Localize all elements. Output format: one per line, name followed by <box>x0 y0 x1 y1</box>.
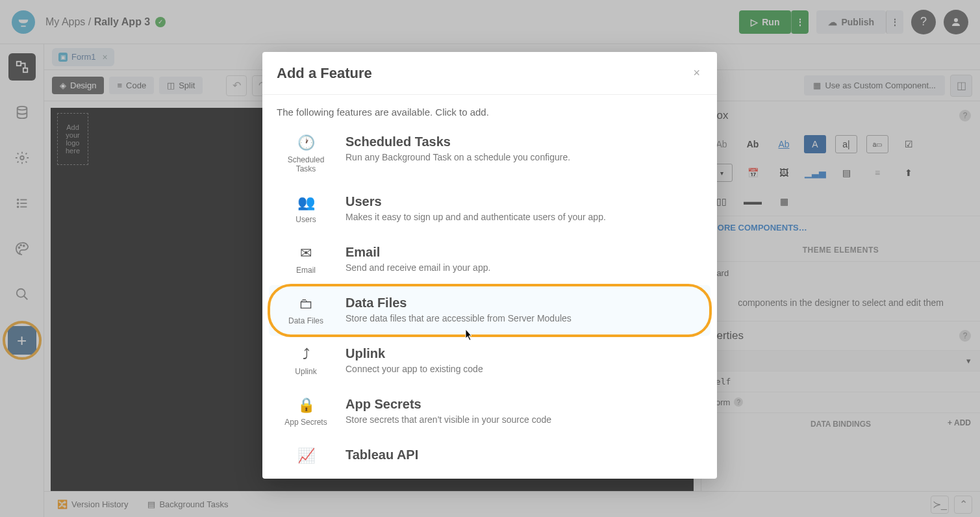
data-files-icon: 🗀 <box>299 296 313 312</box>
feature-item-app-secrets[interactable]: 🔒App SecretsApp SecretsStore secrets tha… <box>269 386 710 437</box>
email-icon: ✉ <box>300 245 312 262</box>
feature-body: Data FilesStore data files that are acce… <box>346 296 703 323</box>
modal-close-button[interactable]: × <box>690 64 703 82</box>
add-feature-modal: Add a Feature × The following features a… <box>262 52 717 479</box>
feature-icon-label: App Secrets <box>284 418 327 427</box>
feature-icon-label: Email <box>296 266 316 275</box>
feature-title: Tableau API <box>346 448 703 462</box>
feature-item-scheduled-tasks[interactable]: 🕐Scheduled TasksScheduled TasksRun any B… <box>269 124 710 184</box>
uplink-icon: ⤴ <box>303 346 310 363</box>
feature-desc: Send and receive email in your app. <box>346 262 703 273</box>
feature-item-uplink[interactable]: ⤴UplinkUplinkConnect your app to existin… <box>269 336 710 386</box>
feature-icon-label: Scheduled Tasks <box>277 155 335 173</box>
feature-icon-col: ⤴Uplink <box>277 346 335 376</box>
feature-item-tableau-api[interactable]: 📈Tableau API <box>269 437 710 479</box>
feature-icon-col: 👥Users <box>277 194 335 224</box>
feature-desc: Makes it easy to sign up and and authent… <box>346 212 703 222</box>
app-secrets-icon: 🔒 <box>297 397 315 414</box>
feature-desc: Run any Background Task on a schedule yo… <box>346 152 703 162</box>
feature-icon-col: 🔒App Secrets <box>277 397 335 427</box>
feature-icon-label: Data Files <box>288 316 323 325</box>
feature-title: Users <box>346 194 703 209</box>
tableau-api-icon: 📈 <box>297 448 315 464</box>
feature-icon-col: 🗀Data Files <box>277 296 335 325</box>
feature-item-data-files[interactable]: 🗀Data FilesData FilesStore data files th… <box>269 285 710 336</box>
feature-body: UplinkConnect your app to existing code <box>346 346 703 374</box>
feature-body: Tableau API <box>346 448 703 465</box>
feature-body: UsersMakes it easy to sign up and and au… <box>346 194 703 222</box>
feature-item-users[interactable]: 👥UsersUsersMakes it easy to sign up and … <box>269 184 710 234</box>
feature-icon-col: 🕐Scheduled Tasks <box>277 134 335 173</box>
feature-desc: Store secrets that aren't visible in you… <box>346 414 703 425</box>
feature-list: 🕐Scheduled TasksScheduled TasksRun any B… <box>262 124 717 479</box>
modal-intro: The following features are available. Cl… <box>262 95 717 124</box>
feature-icon-col: 📈 <box>277 448 335 468</box>
feature-body: Scheduled TasksRun any Background Task o… <box>346 134 703 162</box>
feature-item-email[interactable]: ✉EmailEmailSend and receive email in you… <box>269 234 710 285</box>
feature-title: Scheduled Tasks <box>346 134 703 149</box>
feature-icon-label: Uplink <box>295 367 316 376</box>
feature-body: EmailSend and receive email in your app. <box>346 245 703 273</box>
feature-desc: Store data files that are accessible fro… <box>346 313 703 323</box>
feature-title: App Secrets <box>346 397 703 412</box>
feature-title: Data Files <box>346 296 703 310</box>
feature-title: Email <box>346 245 703 260</box>
feature-icon-label: Users <box>295 215 316 224</box>
users-icon: 👥 <box>297 194 315 211</box>
feature-body: App SecretsStore secrets that aren't vis… <box>346 397 703 425</box>
modal-title: Add a Feature <box>277 65 372 82</box>
feature-desc: Connect your app to existing code <box>346 364 703 374</box>
feature-icon-col: ✉Email <box>277 245 335 275</box>
modal-header: Add a Feature × <box>262 52 717 95</box>
scheduled-tasks-icon: 🕐 <box>297 134 315 151</box>
feature-title: Uplink <box>346 346 703 361</box>
